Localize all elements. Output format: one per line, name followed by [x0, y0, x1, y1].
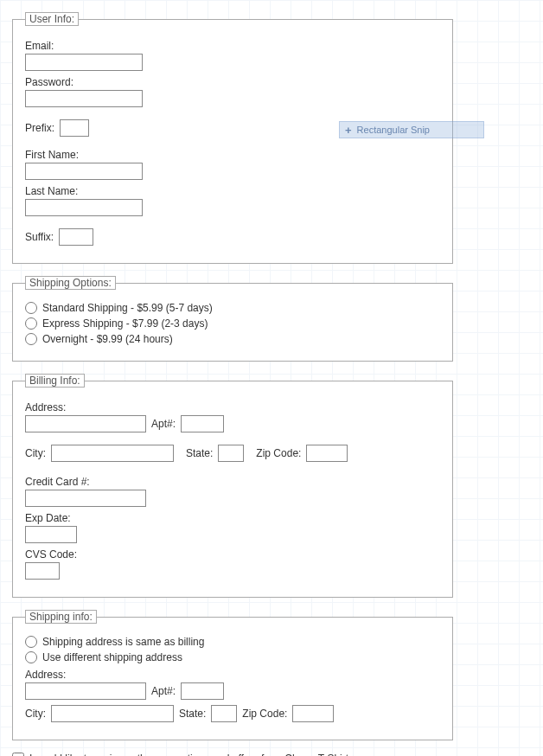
billing-address-field[interactable] [25, 415, 146, 432]
shipping-address-field[interactable] [25, 682, 146, 700]
exp-field[interactable] [25, 526, 77, 543]
prefix-label: Prefix: [25, 122, 54, 134]
shipping-info-legend: Shipping info: [25, 610, 97, 624]
cvs-label: CVS Code: [25, 548, 440, 561]
cc-label: Credit Card #: [25, 476, 440, 488]
cvs-field[interactable] [25, 562, 60, 580]
billing-city-field[interactable] [51, 445, 174, 462]
shipping-diff-radio[interactable] [25, 651, 37, 663]
shipping-overnight-label: Overnight - $9.99 (24 hours) [42, 333, 173, 345]
promo-checkbox[interactable] [12, 753, 24, 756]
user-info-legend: User Info: [25, 12, 79, 26]
user-info-fieldset: User Info: Email: Password: Prefix: Firs… [12, 12, 453, 264]
shipping-city-field[interactable] [51, 705, 174, 722]
shipping-diff-label: Use different shipping address [42, 651, 182, 663]
billing-address-label: Address: [25, 401, 440, 413]
promo-label: I would like to recieve other promotions… [29, 753, 354, 756]
billing-city-label: City: [25, 447, 46, 459]
shipping-overnight-radio[interactable] [25, 333, 37, 345]
shipping-info-fieldset: Shipping info: Shipping address is same … [12, 610, 453, 740]
firstname-label: First Name: [25, 149, 440, 161]
suffix-field[interactable] [59, 228, 93, 246]
shipping-express-label: Express Shipping - $7.99 (2-3 days) [42, 317, 208, 330]
billing-apt-field[interactable] [181, 415, 224, 432]
billing-info-fieldset: Billing Info: Address: Apt#: City: State… [12, 374, 453, 598]
lastname-field[interactable] [25, 199, 143, 216]
shipping-standard-label: Standard Shipping - $5.99 (5-7 days) [42, 302, 213, 314]
shipping-zip-field[interactable] [292, 705, 334, 722]
shipping-apt-field[interactable] [181, 682, 224, 700]
shipping-same-label: Shipping address is same as billing [42, 636, 204, 648]
email-field[interactable] [25, 54, 143, 71]
shipping-options-legend: Shipping Options: [25, 276, 116, 290]
shipping-state-field[interactable] [211, 705, 237, 722]
shipping-city-label: City: [25, 708, 46, 720]
shipping-standard-radio[interactable] [25, 302, 37, 314]
billing-state-label: State: [186, 447, 213, 459]
shipping-zip-label: Zip Code: [242, 708, 287, 720]
password-label: Password: [25, 76, 440, 88]
billing-zip-label: Zip Code: [256, 447, 301, 459]
shipping-express-radio[interactable] [25, 317, 37, 330]
firstname-field[interactable] [25, 163, 143, 180]
shipping-apt-label: Apt#: [151, 685, 176, 697]
shipping-state-label: State: [179, 708, 206, 720]
lastname-label: Last Name: [25, 185, 440, 197]
shipping-same-radio[interactable] [25, 636, 37, 648]
billing-zip-field[interactable] [306, 445, 348, 462]
billing-state-field[interactable] [218, 445, 244, 462]
exp-label: Exp Date: [25, 512, 440, 524]
shipping-options-fieldset: Shipping Options: Standard Shipping - $5… [12, 276, 453, 362]
email-label: Email: [25, 40, 440, 52]
billing-info-legend: Billing Info: [25, 374, 85, 388]
suffix-label: Suffix: [25, 231, 54, 243]
cc-field[interactable] [25, 490, 146, 507]
shipping-address-label: Address: [25, 669, 440, 681]
billing-apt-label: Apt#: [151, 418, 176, 430]
prefix-field[interactable] [60, 119, 89, 137]
password-field[interactable] [25, 90, 143, 107]
